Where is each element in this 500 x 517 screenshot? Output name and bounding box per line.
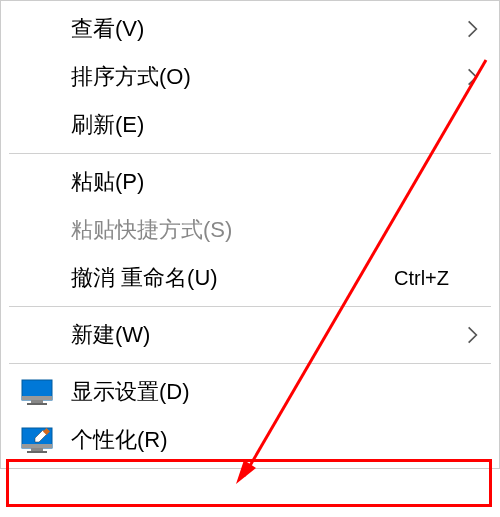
chevron-right-icon [465, 22, 479, 36]
menu-label: 排序方式(O) [71, 62, 479, 92]
menu-separator [9, 363, 491, 364]
menu-item-sort[interactable]: 排序方式(O) [1, 53, 499, 101]
menu-item-undo[interactable]: 撤消 重命名(U) Ctrl+Z [1, 254, 499, 302]
menu-shortcut: Ctrl+Z [394, 267, 449, 290]
svg-rect-7 [27, 451, 47, 453]
menu-separator [9, 306, 491, 307]
menu-label: 撤消 重命名(U) [71, 263, 394, 293]
menu-item-paste[interactable]: 粘贴(P) [1, 158, 499, 206]
menu-label: 个性化(R) [71, 425, 479, 455]
menu-item-paste-shortcut: 粘贴快捷方式(S) [1, 206, 499, 254]
menu-separator [9, 153, 491, 154]
menu-item-personalize[interactable]: 个性化(R) [1, 416, 499, 464]
menu-label: 粘贴快捷方式(S) [71, 215, 479, 245]
menu-item-new[interactable]: 新建(W) [1, 311, 499, 359]
desktop-context-menu: 查看(V) 排序方式(O) 刷新(E) 粘贴(P) 粘贴快捷方式(S) 撤消 重… [0, 0, 500, 469]
menu-label: 粘贴(P) [71, 167, 479, 197]
menu-label: 刷新(E) [71, 110, 479, 140]
menu-item-view[interactable]: 查看(V) [1, 5, 499, 53]
personalize-icon [21, 427, 53, 453]
chevron-right-icon [465, 328, 479, 342]
menu-label: 新建(W) [71, 320, 479, 350]
svg-rect-5 [22, 444, 52, 448]
menu-label: 查看(V) [71, 14, 479, 44]
chevron-right-icon [465, 70, 479, 84]
menu-label: 显示设置(D) [71, 377, 479, 407]
svg-rect-1 [22, 396, 52, 400]
svg-rect-6 [31, 448, 43, 451]
svg-rect-3 [27, 403, 47, 405]
menu-item-display-settings[interactable]: 显示设置(D) [1, 368, 499, 416]
svg-rect-2 [31, 400, 43, 403]
menu-item-refresh[interactable]: 刷新(E) [1, 101, 499, 149]
monitor-icon [21, 379, 53, 405]
